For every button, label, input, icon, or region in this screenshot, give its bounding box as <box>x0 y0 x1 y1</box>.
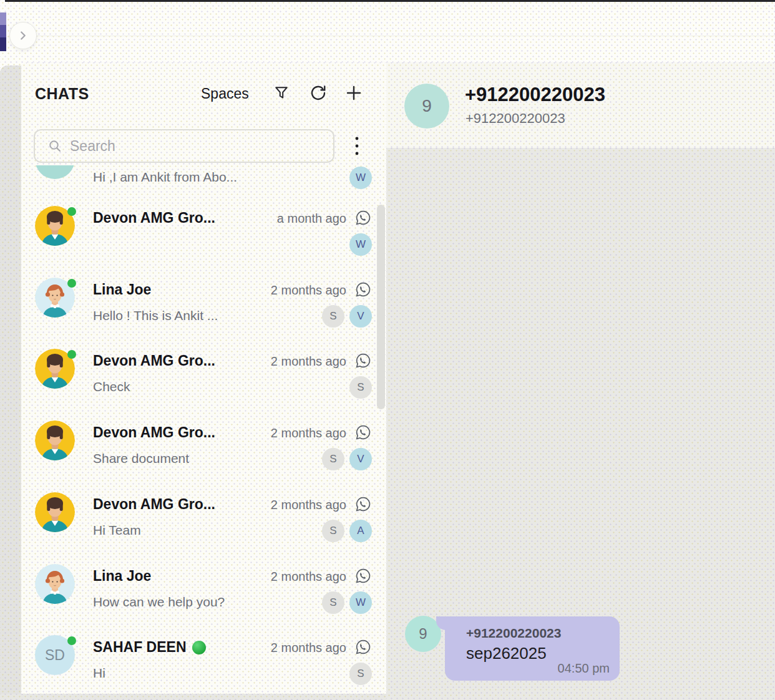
chat-avatar <box>35 420 75 460</box>
chat-list-item[interactable]: Hi ,I am Ankit from Abo...W <box>21 165 386 205</box>
channel-whatsapp-icon <box>354 352 372 369</box>
channel-badge-s: S <box>349 663 372 685</box>
chat-list-item[interactable]: Lina Joe2 months agoHow can we help you?… <box>21 558 386 630</box>
online-status-dot <box>67 636 76 645</box>
channel-badge-s: S <box>349 376 372 399</box>
chat-name-text: Lina Joe <box>93 281 151 298</box>
chat-list-item[interactable]: SDSAHAF DEEN2 months agoHiS <box>21 629 386 694</box>
chat-list-item[interactable]: Lina Joe2 months agoHello ! This is Anki… <box>21 271 386 343</box>
chat-name: Lina Joe <box>93 568 151 585</box>
window-top-border <box>5 0 775 2</box>
list-options-button[interactable] <box>348 131 366 161</box>
chat-name-text: Devon AMG Gro... <box>93 352 215 369</box>
contact-phone: +912200220023 <box>465 110 565 127</box>
conversation-panel: 9 +912200220023 +912200220023 9 +9122002… <box>386 62 775 700</box>
channel-whatsapp-icon <box>354 567 372 585</box>
channel-whatsapp-icon <box>354 638 372 656</box>
chat-timestamp: a month ago <box>277 211 346 226</box>
channel-badge-s: S <box>322 448 344 470</box>
channel-whatsapp-icon <box>354 209 372 226</box>
chat-name: Lina Joe <box>93 281 151 298</box>
avatar-circle <box>35 165 75 179</box>
chat-preview: Hi <box>93 666 105 681</box>
chat-name-text: Devon AMG Gro... <box>93 424 215 441</box>
channel-badge-w: W <box>349 233 372 256</box>
chat-timestamp: 2 months ago <box>271 498 346 512</box>
channel-badge-v: V <box>349 305 372 328</box>
spaces-button[interactable]: Spaces <box>201 85 249 102</box>
whatsapp-icon <box>354 495 372 513</box>
chat-list-panel: CHATS Spaces Hi ,I am Ankit from Abo...W… <box>21 62 386 694</box>
search-box[interactable] <box>34 129 334 163</box>
refresh-icon <box>309 84 328 102</box>
chat-name-text: Devon AMG Gro... <box>93 210 215 226</box>
chat-name: Devon AMG Gro... <box>93 210 215 226</box>
refresh-button[interactable] <box>308 82 329 104</box>
chat-timestamp: 2 months ago <box>271 283 346 298</box>
expand-sidebar-button[interactable] <box>9 22 37 49</box>
message-sender-name: +912200220023 <box>466 625 610 642</box>
nav-rail-block <box>0 25 6 37</box>
whatsapp-icon <box>354 281 372 298</box>
chat-timestamp: 2 months ago <box>271 426 346 440</box>
channel-whatsapp-icon <box>354 495 372 513</box>
background-panel-edge <box>0 66 21 700</box>
chat-preview: Hello ! This is Ankit ... <box>93 308 218 323</box>
channel-badge-a: A <box>349 520 372 542</box>
filter-button[interactable] <box>271 82 292 104</box>
plus-icon <box>344 84 363 102</box>
channel-whatsapp-icon <box>354 281 372 298</box>
conversation-header: 9 +912200220023 +912200220023 <box>386 62 775 148</box>
chat-list: Hi ,I am Ankit from Abo...WDevon AMG Gro… <box>21 165 386 694</box>
chat-preview: How can we help you? <box>93 595 225 610</box>
whatsapp-icon <box>354 209 372 226</box>
channel-badge-s: S <box>322 520 344 542</box>
message-area: 9 +912200220023 sep262025 04:50 pm <box>386 148 775 700</box>
contact-avatar: 9 <box>404 84 449 129</box>
chat-list-item[interactable]: Devon AMG Gro...2 months agoCheckS <box>21 343 386 414</box>
search-input[interactable] <box>70 138 319 155</box>
bottom-edge-strip <box>0 694 386 700</box>
chat-preview: Share document <box>93 451 189 466</box>
chat-name: Devon AMG Gro... <box>93 496 215 513</box>
whatsapp-icon <box>354 424 372 441</box>
chat-name: SAHAF DEEN <box>93 639 206 656</box>
online-status-dot <box>67 350 76 359</box>
chat-list-item[interactable]: Devon AMG Gro...2 months agoShare docume… <box>21 414 386 486</box>
whatsapp-icon <box>354 352 372 369</box>
panel-title: CHATS <box>35 85 89 103</box>
channel-whatsapp-icon <box>354 424 372 441</box>
whatsapp-icon <box>354 638 372 656</box>
app-page: CHATS Spaces Hi ,I am Ankit from Abo...W… <box>0 0 775 700</box>
online-status-dot <box>67 279 76 288</box>
chat-name-text: Devon AMG Gro... <box>93 496 215 513</box>
chat-preview: Hi Team <box>93 523 141 538</box>
chat-timestamp: 2 months ago <box>271 354 346 369</box>
chat-list-item[interactable]: Devon AMG Gro...2 months agoHi TeamAS <box>21 486 386 558</box>
whatsapp-icon <box>354 567 372 585</box>
chat-preview: Check <box>93 379 130 394</box>
nav-rail-block <box>0 37 6 51</box>
channel-badge-s: S <box>322 305 344 328</box>
chat-list-item[interactable]: Devon AMG Gro...a month agoW <box>21 200 386 271</box>
collapsed-nav-rail <box>0 12 6 51</box>
online-status-dot <box>67 207 76 216</box>
topbar-divider <box>36 36 775 36</box>
new-chat-button[interactable] <box>343 82 364 104</box>
chat-timestamp: 2 months ago <box>271 570 346 584</box>
search-icon <box>47 139 62 153</box>
chevron-right-icon <box>16 29 30 42</box>
chat-name: Devon AMG Gro... <box>93 352 215 369</box>
message-bubble: +912200220023 sep262025 04:50 pm <box>445 616 620 681</box>
channel-badge-v: V <box>349 448 372 470</box>
nav-rail-block <box>0 12 6 25</box>
channel-badge-w: W <box>349 167 372 189</box>
kebab-icon <box>354 135 359 157</box>
chat-list-scrollbar[interactable] <box>377 205 385 409</box>
green-circle-emoji <box>192 641 206 654</box>
chat-preview: Hi ,I am Ankit from Abo... <box>93 170 237 185</box>
filter-icon <box>273 84 290 102</box>
chat-avatar <box>35 564 75 604</box>
chat-timestamp: 2 months ago <box>271 641 346 655</box>
chat-list-header: CHATS Spaces <box>21 62 386 128</box>
